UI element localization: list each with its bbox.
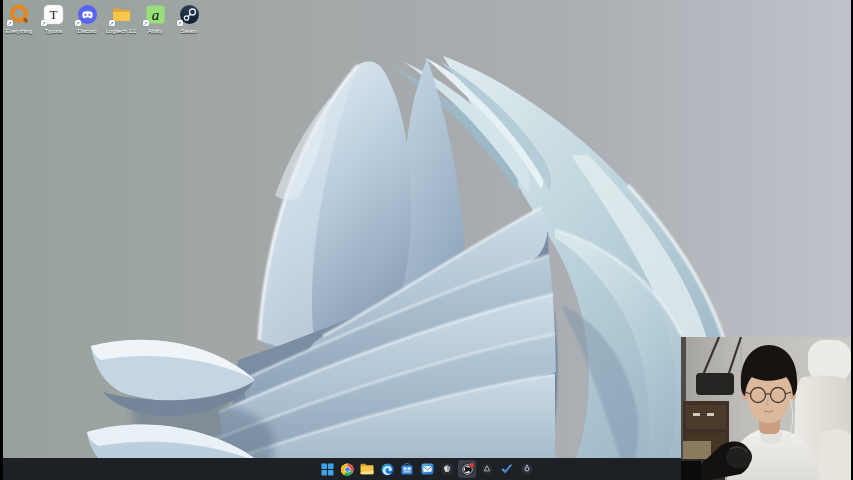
shortcut-arrow-icon: ↗ [7,20,13,26]
store-icon[interactable] [400,462,414,476]
desktop-icon-ability[interactable]: a ↗ Ability [144,4,166,34]
desktop-icon-label: Steam [181,28,197,34]
desktop-icon-steam[interactable]: ↗ Steam [178,4,200,34]
shortcut-arrow-icon: ↗ [109,20,115,26]
desktop-icon-folder[interactable]: ↗ Logitech 1.1 [110,4,132,34]
edge-icon[interactable] [380,462,394,476]
start-button[interactable] [320,462,334,476]
shortcut-arrow-icon: ↗ [75,20,81,26]
desktop-screen: ↗ Everything T ↗ Typora [3,0,851,480]
mail-icon[interactable] [420,462,434,476]
obs-icon[interactable] [460,462,474,476]
shortcut-arrow-icon: ↗ [41,20,47,26]
desktop-icon-label: Logitech 1.1 [106,28,136,34]
webcam-overlay [681,337,851,480]
desktop-icon-label: Discord [78,28,97,34]
shortcut-arrow-icon: ↗ [143,20,149,26]
file-explorer-icon[interactable] [360,462,374,476]
shortcut-arrow-icon: ↗ [177,20,183,26]
svg-text:a: a [151,7,159,23]
webcam-scene [681,337,851,480]
svg-text:T: T [49,7,57,22]
desktop-icon-label: Typora [44,28,61,34]
utility-icon[interactable] [480,462,494,476]
dark-app-icon[interactable] [440,462,454,476]
desktop-icon-grid: ↗ Everything T ↗ Typora [8,4,200,34]
settings-app-icon[interactable] [520,462,534,476]
chrome-icon[interactable] [340,462,354,476]
todo-icon[interactable] [500,462,514,476]
desktop-icon-typora[interactable]: T ↗ Typora [42,4,64,34]
desktop-icon-everything[interactable]: ↗ Everything [8,4,30,34]
desktop-icon-label: Ability [148,28,163,34]
desktop-icon-discord[interactable]: ↗ Discord [76,4,98,34]
desktop-icon-label: Everything [6,28,32,34]
